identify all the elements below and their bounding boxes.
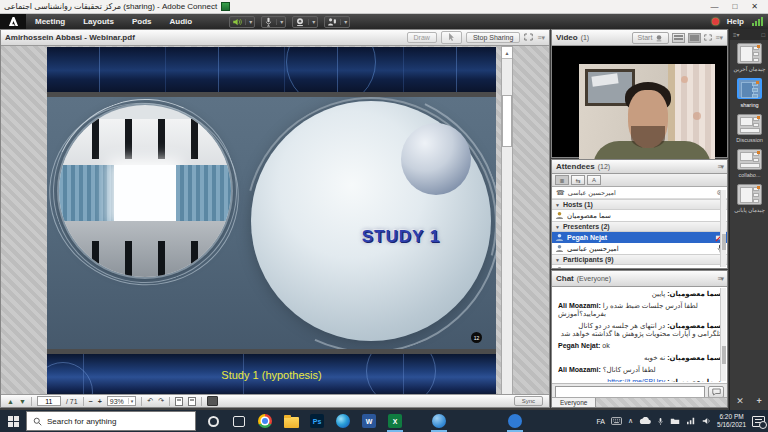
breakout-view-button[interactable]: ⇆ [571, 175, 585, 185]
grid-view-button[interactable] [672, 33, 685, 43]
file-explorer-button[interactable] [278, 410, 304, 432]
speaker-button[interactable]: ▾ [229, 16, 255, 28]
hosts-section-header[interactable]: ▼ Hosts (1) [552, 199, 727, 210]
video-pod-menu-button[interactable]: ≡▾ [715, 34, 723, 42]
stop-sharing-button[interactable]: Stop Sharing [466, 32, 520, 43]
running-app-button[interactable] [426, 410, 452, 432]
attendee-row-selected[interactable]: Pegah Nejat [552, 232, 727, 243]
blue-sphere-app-icon [432, 414, 446, 428]
tab-everyone[interactable]: Everyone [552, 398, 596, 407]
photoshop-button[interactable]: Ps [304, 410, 330, 432]
status-button[interactable]: ▾ [324, 16, 350, 28]
chat-sender: Pegah Nejat [558, 342, 602, 349]
layout-thumb-5[interactable] [737, 184, 762, 205]
document-scrollbar[interactable]: ▲ [501, 46, 513, 394]
cortana-button[interactable] [200, 410, 226, 432]
attendee-row[interactable]: سما معصومیان [552, 210, 727, 221]
adobe-logo-icon[interactable] [0, 14, 26, 29]
menu-audio[interactable]: Audio [160, 17, 201, 26]
draw-button[interactable]: Draw [407, 32, 437, 43]
status-view-button[interactable]: A [587, 175, 601, 185]
menu-layouts[interactable]: Layouts [74, 17, 123, 26]
fullscreen-button[interactable] [524, 33, 533, 42]
menu-pods[interactable]: Pods [123, 17, 161, 26]
page-number-input[interactable] [37, 396, 61, 406]
undo-button[interactable]: ↶ [147, 397, 153, 405]
taskbar-search[interactable]: Search for anything [26, 411, 196, 431]
zoom-in-button[interactable]: + [98, 398, 102, 405]
participants-section-header[interactable]: ▼ Participants (9) [552, 254, 727, 265]
layout-thumb-1[interactable] [737, 43, 762, 64]
status-caret[interactable]: ▾ [340, 19, 347, 25]
tray-folder-icon[interactable] [670, 417, 680, 425]
chrome-button[interactable] [252, 410, 278, 432]
previous-page-button[interactable]: ▲ [7, 398, 14, 405]
close-button[interactable]: ✕ [751, 2, 758, 11]
pointer-tool-button[interactable] [207, 396, 218, 406]
task-view-button[interactable] [226, 410, 252, 432]
pointer-icon [448, 33, 455, 41]
edge-icon [336, 414, 350, 428]
microphone-tray-icon[interactable] [657, 417, 664, 426]
volume-icon[interactable] [702, 417, 711, 425]
attendees-scrollbar[interactable] [720, 190, 726, 267]
word-button[interactable]: W [356, 410, 382, 432]
action-center-button[interactable] [752, 416, 765, 427]
start-webcam-button[interactable]: Start [632, 32, 670, 44]
maximize-button[interactable]: □ [732, 2, 737, 11]
attendee-list-view-button[interactable]: ≣ [555, 175, 569, 185]
layout-thumb-sharing[interactable] [737, 78, 762, 99]
pointer-button[interactable] [441, 31, 462, 44]
excel-button[interactable]: X [382, 410, 408, 432]
fit-width-button[interactable] [175, 397, 183, 406]
chat-input[interactable] [555, 386, 705, 398]
layout-thumb-discussion[interactable] [737, 114, 762, 135]
video-fullscreen-button[interactable] [704, 34, 712, 42]
webcam-caret[interactable]: ▾ [308, 19, 315, 25]
language-indicator[interactable]: FA [596, 418, 605, 425]
connection-signal-icon[interactable] [752, 17, 763, 26]
menu-meeting[interactable]: Meeting [26, 17, 74, 26]
microphone-caret[interactable]: ▾ [276, 19, 283, 25]
zoom-level-select[interactable]: 93% ▾ [107, 396, 137, 406]
start-button[interactable] [0, 410, 26, 432]
zoom-out-button[interactable]: − [89, 398, 93, 405]
keyboard-icon[interactable] [611, 417, 622, 425]
attendee-row[interactable]: امیرحسین عباسی [552, 243, 727, 254]
delete-layout-button[interactable]: ✕ [736, 396, 744, 406]
scrollbar-thumb[interactable] [502, 95, 512, 147]
layouts-panel-collapse-button[interactable]: □ [761, 32, 765, 38]
next-page-button[interactable]: ▼ [19, 398, 26, 405]
scrollbar-thumb[interactable] [722, 234, 726, 250]
speaker-caret[interactable]: ▾ [245, 19, 252, 25]
layouts-panel-menu-button[interactable]: ≡▾ [733, 31, 740, 38]
tray-overflow-button[interactable]: ∧ [628, 417, 633, 425]
edge-button[interactable] [330, 410, 356, 432]
fit-page-button[interactable] [188, 397, 196, 406]
running-app-button[interactable] [502, 410, 528, 432]
chat-pod-menu-button[interactable]: ≡▾ [717, 275, 723, 283]
chat-link[interactable]: https://t.me/SBUsv [607, 378, 665, 382]
layout-thumb-collaboration[interactable] [737, 149, 762, 170]
presenters-section-header[interactable]: ▼ Presenters (2) [552, 221, 727, 232]
webcam-button[interactable]: ▾ [292, 16, 318, 28]
help-menu[interactable]: Help [727, 17, 744, 26]
filmstrip-view-button[interactable] [688, 33, 701, 43]
scrollbar-up-button[interactable]: ▲ [502, 47, 512, 59]
onedrive-cloud-icon[interactable] [639, 417, 651, 425]
taskbar-clock[interactable]: 6:20 PM 5/16/2021 [717, 413, 746, 430]
redo-button[interactable]: ↷ [158, 397, 164, 405]
send-message-button[interactable] [708, 386, 724, 398]
share-pod-menu-button[interactable]: ≡▾ [537, 34, 545, 42]
microphone-button[interactable]: ▾ [261, 16, 286, 28]
fullscreen-icon [524, 33, 533, 41]
add-layout-button[interactable]: + [756, 396, 761, 406]
network-icon[interactable] [686, 417, 696, 425]
sync-button[interactable]: Sync [514, 396, 543, 406]
scrollbar-thumb[interactable] [722, 346, 726, 364]
attendees-pod-menu-button[interactable]: ≡▾ [717, 163, 723, 171]
chat-scrollbar[interactable] [720, 288, 726, 381]
minimize-button[interactable]: — [710, 2, 718, 11]
person-beard [631, 126, 665, 148]
attendee-row[interactable]: Ali Moazami [552, 265, 727, 269]
